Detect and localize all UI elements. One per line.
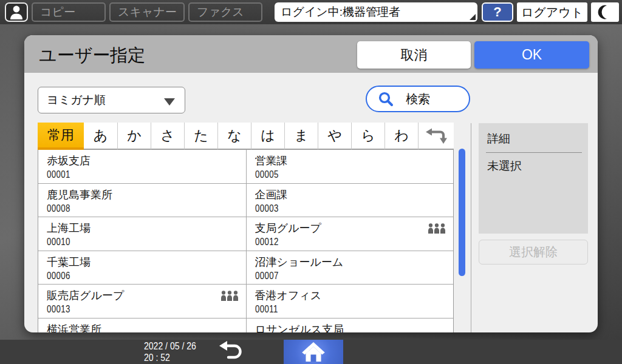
index-tab-か[interactable]: か [117, 123, 151, 150]
chevron-down-icon [164, 98, 175, 106]
home-button[interactable] [284, 340, 343, 364]
cancel-button[interactable]: 取消 [357, 41, 471, 69]
sort-order-value: ヨミガナ順 [47, 92, 106, 108]
home-icon [301, 342, 326, 362]
printer-touchscreen: コピー スキャナー ファクス ログイン中:機器管理者 ? ログアウト ユーザー指… [0, 0, 622, 364]
user-number: 00011 [255, 303, 278, 316]
user-number: 00006 [47, 269, 70, 283]
corner-triangle-icon [470, 14, 476, 20]
user-list-item[interactable]: 香港オフィス00011 [246, 285, 454, 318]
sort-order-dropdown[interactable]: ヨミガナ順 [38, 87, 185, 113]
detail-header: 詳細 [479, 123, 588, 152]
user-name: 横浜営業所 [47, 322, 238, 333]
user-name: 沼津ショールーム [255, 255, 445, 269]
group-icon [220, 291, 239, 301]
back-arrow-icon [217, 340, 245, 364]
swap-arrows-icon [425, 127, 447, 145]
user-number: 00007 [255, 269, 279, 283]
date-time-display: 2022 / 05 / 26 20 : 52 [144, 340, 196, 363]
user-list-item[interactable]: 支局グループ00012 [246, 217, 454, 251]
user-name: 鹿児島事業所 [47, 187, 238, 202]
user-icon [10, 5, 23, 19]
user-name: ロサンゼルス支局 [255, 322, 445, 333]
bottom-system-bar: 2022 / 05 / 26 20 : 52 [0, 340, 622, 364]
index-tab-ら[interactable]: ら [351, 123, 384, 150]
dialog-header: ユーザー指定 取消 OK [24, 35, 598, 73]
user-name: 販売店グループ [47, 288, 238, 303]
user-list-item[interactable]: 上海工場00010 [38, 217, 246, 251]
time-label: 20 : 52 [144, 352, 196, 363]
user-number: 00005 [255, 168, 279, 181]
list-scrollbar[interactable] [457, 150, 467, 326]
help-button[interactable]: ? [482, 2, 513, 22]
scrollbar-thumb[interactable] [459, 149, 465, 276]
user-name: 上海工場 [47, 221, 238, 235]
user-name: 企画課 [255, 187, 445, 202]
user-list-item[interactable]: 横浜営業所 [38, 318, 246, 333]
group-icon [428, 223, 446, 234]
search-label: 検索 [406, 91, 430, 107]
user-number: 00001 [47, 168, 70, 181]
user-name: 赤坂支店 [47, 153, 238, 168]
index-tab-や[interactable]: や [318, 123, 351, 150]
user-list-item[interactable]: 鹿児島事業所00008 [38, 184, 246, 218]
user-number: 00013 [47, 303, 70, 316]
index-tab-な[interactable]: な [217, 123, 251, 150]
dialog-title: ユーザー指定 [39, 44, 145, 68]
logout-button[interactable]: ログアウト [517, 2, 587, 22]
user-name: 営業課 [255, 153, 445, 168]
search-button[interactable]: 検索 [366, 86, 470, 112]
user-name: 千葉工場 [47, 255, 238, 269]
deselect-button[interactable]: 選択解除 [479, 240, 588, 265]
user-number: 00008 [47, 202, 70, 215]
index-tab-は[interactable]: は [251, 123, 284, 150]
user-list: 赤坂支店00001営業課00005鹿児島事業所00008企画課00003上海工場… [38, 150, 454, 332]
user-list-item[interactable]: 販売店グループ00013 [38, 285, 246, 318]
user-select-dialog: ユーザー指定 取消 OK ヨミガナ順 検索 常用あかさたなはまやらわ [24, 35, 598, 332]
user-number: 00012 [255, 235, 279, 249]
user-list-item[interactable]: 営業課00005 [246, 150, 454, 184]
date-label: 2022 / 05 / 26 [144, 340, 196, 352]
top-function-bar: コピー スキャナー ファクス ログイン中:機器管理者 ? ログアウト [0, 0, 622, 24]
tab-view-switch-button[interactable] [418, 123, 454, 150]
fax-app-button[interactable]: ファクス [188, 2, 262, 22]
user-list-item[interactable]: ロサンゼルス支局 [246, 318, 454, 333]
index-tab-常用[interactable]: 常用 [38, 123, 84, 150]
index-tab-あ[interactable]: あ [84, 123, 117, 150]
panel-divider [471, 123, 471, 332]
login-status-label: ログイン中:機器管理者 [281, 4, 400, 20]
ok-button[interactable]: OK [474, 41, 589, 69]
energy-saver-button[interactable] [591, 2, 619, 22]
user-name: 香港オフィス [255, 288, 445, 303]
user-name: 支局グループ [255, 221, 445, 235]
login-status-button[interactable]: ログイン中:機器管理者 [275, 2, 477, 22]
index-tab-ま[interactable]: ま [284, 123, 318, 150]
user-menu-button[interactable] [5, 2, 28, 22]
user-list-item[interactable]: 沼津ショールーム00007 [246, 251, 454, 285]
user-list-item[interactable]: 赤坂支店00001 [38, 150, 246, 184]
detail-panel: 詳細 未選択 [479, 123, 588, 234]
moon-icon [597, 4, 613, 20]
user-number: 00003 [255, 202, 279, 215]
back-button[interactable] [214, 340, 248, 364]
screen-background: ユーザー指定 取消 OK ヨミガナ順 検索 常用あかさたなはまやらわ [0, 24, 622, 340]
search-icon [378, 91, 394, 107]
index-tab-bar: 常用あかさたなはまやらわ [38, 123, 454, 150]
index-tab-さ[interactable]: さ [151, 123, 184, 150]
copy-app-button[interactable]: コピー [32, 2, 106, 22]
user-list-item[interactable]: 千葉工場00006 [38, 251, 246, 285]
scanner-app-button[interactable]: スキャナー [109, 2, 185, 22]
user-list-item[interactable]: 企画課00003 [246, 184, 454, 218]
index-tab-た[interactable]: た [184, 123, 217, 150]
user-number: 00010 [47, 235, 70, 249]
index-tab-わ[interactable]: わ [384, 123, 418, 150]
detail-selection-status: 未選択 [479, 153, 588, 180]
